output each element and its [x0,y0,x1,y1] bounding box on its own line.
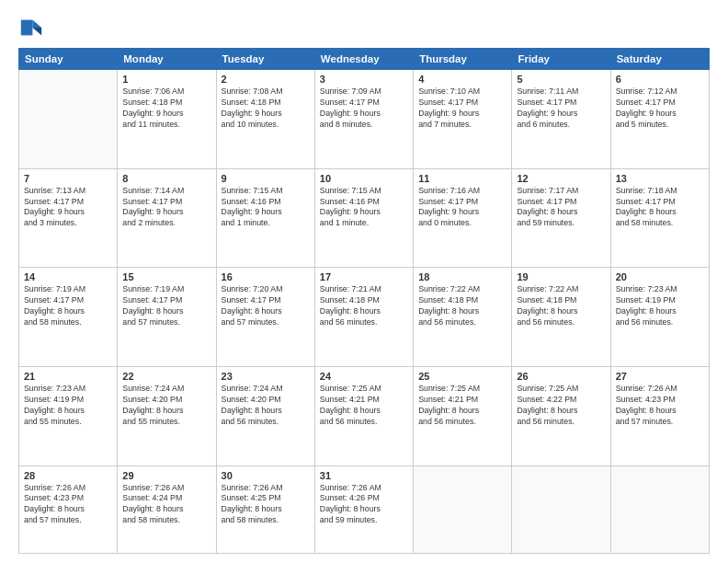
day-info: Sunrise: 7:20 AM Sunset: 4:17 PM Dayligh… [222,284,310,328]
weekday-saturday: Saturday [610,49,709,70]
day-number: 24 [320,371,408,382]
calendar-cell: 26Sunrise: 7:25 AM Sunset: 4:22 PM Dayli… [512,366,610,465]
day-info: Sunrise: 7:25 AM Sunset: 4:21 PM Dayligh… [418,384,506,428]
day-info: Sunrise: 7:19 AM Sunset: 4:17 PM Dayligh… [122,284,210,328]
day-info: Sunrise: 7:19 AM Sunset: 4:17 PM Dayligh… [24,284,112,328]
day-info: Sunrise: 7:23 AM Sunset: 4:19 PM Dayligh… [616,284,704,328]
day-info: Sunrise: 7:17 AM Sunset: 4:17 PM Dayligh… [517,186,605,230]
calendar-cell: 12Sunrise: 7:17 AM Sunset: 4:17 PM Dayli… [512,168,610,268]
day-number: 29 [122,470,210,481]
day-number: 2 [222,74,310,85]
calendar-cell: 23Sunrise: 7:24 AM Sunset: 4:20 PM Dayli… [216,366,314,465]
week-row-3: 14Sunrise: 7:19 AM Sunset: 4:17 PM Dayli… [19,268,710,367]
calendar-cell: 3Sunrise: 7:09 AM Sunset: 4:17 PM Daylig… [314,70,413,169]
day-number: 3 [320,74,408,85]
day-info: Sunrise: 7:12 AM Sunset: 4:17 PM Dayligh… [616,86,704,131]
calendar-cell: 4Sunrise: 7:10 AM Sunset: 4:17 PM Daylig… [414,70,512,169]
day-number: 4 [418,74,506,85]
day-number: 9 [222,173,310,184]
weekday-header-row: SundayMondayTuesdayWednesdayThursdayFrid… [19,49,710,70]
day-info: Sunrise: 7:16 AM Sunset: 4:17 PM Dayligh… [418,186,506,230]
day-number: 1 [122,74,210,85]
header [18,15,710,40]
day-number: 8 [122,173,210,184]
calendar-cell [512,465,610,553]
day-info: Sunrise: 7:11 AM Sunset: 4:17 PM Dayligh… [517,86,605,131]
weekday-monday: Monday [118,49,216,70]
weekday-sunday: Sunday [19,49,118,70]
day-number: 12 [517,173,605,184]
day-number: 14 [24,271,112,282]
day-info: Sunrise: 7:13 AM Sunset: 4:17 PM Dayligh… [24,186,112,230]
weekday-tuesday: Tuesday [216,49,314,70]
svg-rect-2 [21,20,33,36]
calendar-cell: 7Sunrise: 7:13 AM Sunset: 4:17 PM Daylig… [19,168,118,268]
calendar-cell: 11Sunrise: 7:16 AM Sunset: 4:17 PM Dayli… [414,168,512,268]
day-info: Sunrise: 7:24 AM Sunset: 4:20 PM Dayligh… [222,384,310,428]
day-info: Sunrise: 7:26 AM Sunset: 4:25 PM Dayligh… [222,483,310,527]
day-info: Sunrise: 7:10 AM Sunset: 4:17 PM Dayligh… [418,86,506,131]
calendar-cell [414,465,512,553]
day-info: Sunrise: 7:15 AM Sunset: 4:16 PM Dayligh… [222,186,310,230]
day-number: 5 [517,74,605,85]
week-row-2: 7Sunrise: 7:13 AM Sunset: 4:17 PM Daylig… [19,168,710,268]
calendar-table: SundayMondayTuesdayWednesdayThursdayFrid… [18,48,710,554]
day-number: 6 [616,74,704,85]
day-info: Sunrise: 7:22 AM Sunset: 4:18 PM Dayligh… [418,284,506,328]
calendar-cell: 27Sunrise: 7:26 AM Sunset: 4:23 PM Dayli… [610,366,709,465]
day-info: Sunrise: 7:26 AM Sunset: 4:23 PM Dayligh… [24,483,112,527]
calendar-cell: 25Sunrise: 7:25 AM Sunset: 4:21 PM Dayli… [414,366,512,465]
logo-icon [18,15,44,40]
day-number: 15 [122,271,210,282]
day-number: 30 [222,470,310,481]
calendar-cell [610,465,709,553]
calendar-cell: 17Sunrise: 7:21 AM Sunset: 4:18 PM Dayli… [314,268,413,367]
day-info: Sunrise: 7:26 AM Sunset: 4:23 PM Dayligh… [616,384,704,428]
calendar-cell: 21Sunrise: 7:23 AM Sunset: 4:19 PM Dayli… [19,366,118,465]
page: SundayMondayTuesdayWednesdayThursdayFrid… [0,0,728,563]
calendar-cell: 15Sunrise: 7:19 AM Sunset: 4:17 PM Dayli… [118,268,216,367]
calendar-cell [19,70,118,169]
day-number: 11 [418,173,506,184]
day-number: 13 [616,173,704,184]
calendar-cell: 2Sunrise: 7:08 AM Sunset: 4:18 PM Daylig… [216,70,314,169]
logo [18,15,48,40]
svg-marker-0 [32,20,41,28]
day-number: 26 [517,371,605,382]
day-number: 18 [418,271,506,282]
calendar-cell: 29Sunrise: 7:26 AM Sunset: 4:24 PM Dayli… [118,465,216,553]
day-info: Sunrise: 7:24 AM Sunset: 4:20 PM Dayligh… [122,384,210,428]
day-number: 23 [222,371,310,382]
day-number: 10 [320,173,408,184]
calendar-cell: 5Sunrise: 7:11 AM Sunset: 4:17 PM Daylig… [512,70,610,169]
calendar-cell: 8Sunrise: 7:14 AM Sunset: 4:17 PM Daylig… [118,168,216,268]
day-info: Sunrise: 7:26 AM Sunset: 4:26 PM Dayligh… [320,483,408,527]
calendar-cell: 9Sunrise: 7:15 AM Sunset: 4:16 PM Daylig… [216,168,314,268]
day-info: Sunrise: 7:25 AM Sunset: 4:22 PM Dayligh… [517,384,605,428]
day-number: 7 [24,173,112,184]
svg-marker-1 [32,28,41,35]
calendar-cell: 19Sunrise: 7:22 AM Sunset: 4:18 PM Dayli… [512,268,610,367]
calendar-cell: 18Sunrise: 7:22 AM Sunset: 4:18 PM Dayli… [414,268,512,367]
day-number: 21 [24,371,112,382]
calendar-cell: 6Sunrise: 7:12 AM Sunset: 4:17 PM Daylig… [610,70,709,169]
day-info: Sunrise: 7:22 AM Sunset: 4:18 PM Dayligh… [517,284,605,328]
day-number: 27 [616,371,704,382]
calendar-cell: 28Sunrise: 7:26 AM Sunset: 4:23 PM Dayli… [19,465,118,553]
day-info: Sunrise: 7:09 AM Sunset: 4:17 PM Dayligh… [320,86,408,131]
day-info: Sunrise: 7:08 AM Sunset: 4:18 PM Dayligh… [222,86,310,131]
day-number: 31 [320,470,408,481]
day-number: 20 [616,271,704,282]
day-info: Sunrise: 7:21 AM Sunset: 4:18 PM Dayligh… [320,284,408,328]
week-row-1: 1Sunrise: 7:06 AM Sunset: 4:18 PM Daylig… [19,70,710,169]
day-number: 25 [418,371,506,382]
calendar-cell: 1Sunrise: 7:06 AM Sunset: 4:18 PM Daylig… [118,70,216,169]
week-row-4: 21Sunrise: 7:23 AM Sunset: 4:19 PM Dayli… [19,366,710,465]
day-number: 22 [122,371,210,382]
weekday-thursday: Thursday [414,49,512,70]
day-number: 19 [517,271,605,282]
calendar-cell: 31Sunrise: 7:26 AM Sunset: 4:26 PM Dayli… [314,465,413,553]
calendar-cell: 10Sunrise: 7:15 AM Sunset: 4:16 PM Dayli… [314,168,413,268]
day-number: 28 [24,470,112,481]
day-info: Sunrise: 7:25 AM Sunset: 4:21 PM Dayligh… [320,384,408,428]
